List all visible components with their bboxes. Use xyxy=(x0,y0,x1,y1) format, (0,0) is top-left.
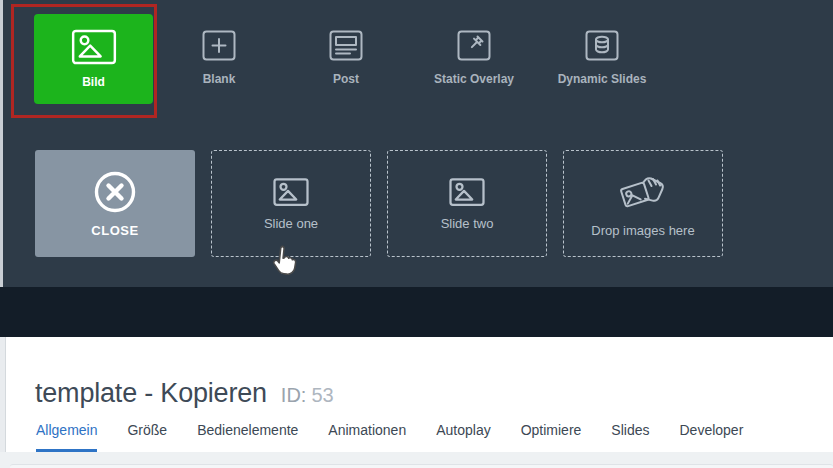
dark-divider-band xyxy=(0,287,833,337)
tile-label: Static Overlay xyxy=(434,72,514,86)
database-icon xyxy=(585,30,619,61)
image-icon xyxy=(273,177,309,207)
slide-thumbnail-one[interactable]: Slide one xyxy=(211,150,371,257)
tab-slides[interactable]: Slides xyxy=(611,422,649,452)
page-left-edge xyxy=(0,337,6,468)
tile-label: Bild xyxy=(82,75,105,89)
close-circle-icon xyxy=(93,170,137,214)
page-title: template - Kopieren xyxy=(35,378,267,409)
tab-bedienelemente[interactable]: Bedienelemente xyxy=(197,422,298,452)
add-image-slide-button[interactable]: Bild xyxy=(34,14,153,104)
content-background-strip xyxy=(0,452,833,468)
slider-editor-screen: Bild Blank Post xyxy=(0,0,833,468)
tab-allgemein[interactable]: Allgemein xyxy=(36,422,97,452)
image-icon xyxy=(71,29,117,65)
content-card-top-edge xyxy=(10,464,833,468)
tab-developer[interactable]: Developer xyxy=(680,422,744,452)
id-value: 53 xyxy=(311,384,333,406)
panel-left-edge xyxy=(0,0,3,287)
slide-thumbnail-two[interactable]: Slide two xyxy=(387,150,547,257)
drop-images-icon xyxy=(617,170,669,214)
image-icon xyxy=(449,177,485,207)
tile-label: Post xyxy=(333,72,359,86)
close-label: CLOSE xyxy=(91,223,138,238)
close-button[interactable]: CLOSE xyxy=(35,150,195,257)
tile-label: Dynamic Slides xyxy=(558,72,647,86)
title-row: template - Kopieren ID:53 xyxy=(35,378,334,409)
tab-optimiere[interactable]: Optimiere xyxy=(521,422,582,452)
post-icon xyxy=(329,30,363,61)
add-static-overlay-button[interactable]: Static Overlay xyxy=(412,30,536,86)
drop-images-dropzone[interactable]: Drop images here xyxy=(563,150,723,257)
slide-label: Slide one xyxy=(264,216,318,231)
settings-tabs: Allgemein Größe Bedienelemente Animation… xyxy=(36,422,743,452)
slider-settings-header: template - Kopieren ID:53 Allgemein Größ… xyxy=(0,337,833,468)
add-blank-slide-button[interactable]: Blank xyxy=(157,30,281,86)
tab-groesse[interactable]: Größe xyxy=(127,422,167,452)
add-dynamic-slides-button[interactable]: Dynamic Slides xyxy=(540,30,664,86)
tab-animationen[interactable]: Animationen xyxy=(328,422,406,452)
slide-label: Slide two xyxy=(441,216,494,231)
tile-label: Blank xyxy=(203,72,236,86)
add-post-slide-button[interactable]: Post xyxy=(284,30,408,86)
tab-autoplay[interactable]: Autoplay xyxy=(436,422,490,452)
dropzone-label: Drop images here xyxy=(591,223,694,238)
plus-square-icon xyxy=(202,30,236,61)
slide-creator-panel: Bild Blank Post xyxy=(0,0,833,287)
id-label: ID: xyxy=(281,384,307,406)
slider-id-badge: ID:53 xyxy=(281,384,334,407)
pin-square-icon xyxy=(457,30,491,61)
